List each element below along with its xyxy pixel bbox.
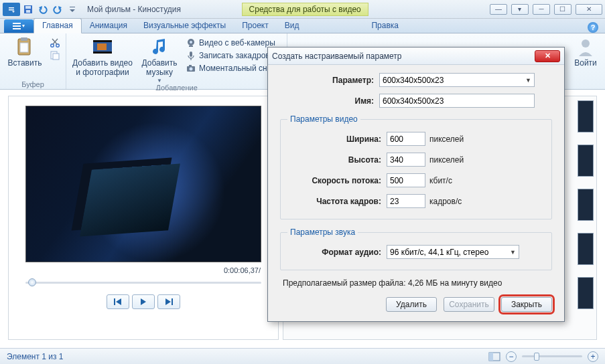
sign-in-button[interactable]: Войти (570, 35, 601, 68)
paste-label: Вставить (8, 59, 42, 68)
play-button[interactable] (132, 294, 155, 309)
view-icon[interactable] (488, 352, 500, 361)
param-label: Параметр: (280, 76, 374, 85)
paste-button[interactable]: Вставить (4, 35, 46, 68)
close-button[interactable]: Закрыть (501, 297, 552, 312)
audio-format-select[interactable]: 96 кбит/с, 44,1 кГц, стерео▼ (387, 245, 519, 259)
param-select[interactable]: 600x340x500x23▼ (379, 73, 535, 87)
height-label: Высота: (287, 155, 381, 165)
undo-icon[interactable] (36, 3, 50, 16)
tab-edit[interactable]: Правка (363, 19, 407, 33)
height-input[interactable] (387, 153, 425, 167)
zoom-in-button[interactable]: + (588, 351, 598, 362)
copy-button[interactable] (48, 50, 62, 62)
dialog-title: Создать настраиваемый параметр (272, 52, 402, 61)
svg-rect-10 (13, 23, 21, 24)
file-menu-button[interactable] (4, 19, 33, 33)
custom-setting-dialog: Создать настраиваемый параметр ✕ Парамет… (267, 47, 565, 322)
bitrate-input[interactable] (387, 173, 425, 187)
group-buffer: Вставить Буфер (0, 33, 66, 89)
group-buffer-label: Буфер (21, 80, 44, 89)
dialog-titlebar: Создать настраиваемый параметр ✕ (268, 48, 564, 65)
estimate-text: Предполагаемый размер файла: 4,26 МБ на … (283, 278, 552, 288)
cut-button[interactable] (48, 37, 62, 49)
chevron-down-icon: ▼ (525, 77, 531, 84)
dialog-close-button[interactable]: ✕ (535, 50, 560, 62)
audio-legend: Параметры звука (287, 227, 358, 237)
svg-rect-8 (70, 7, 75, 7)
svg-rect-30 (190, 52, 192, 57)
svg-rect-25 (93, 52, 112, 54)
svg-marker-13 (22, 25, 25, 27)
clip-thumbnail[interactable] (578, 277, 594, 309)
delete-button[interactable]: Удалить (386, 297, 437, 312)
svg-rect-12 (13, 28, 21, 29)
add-media-label: Добавить видео и фотографии (70, 59, 135, 78)
next-frame-button[interactable] (157, 294, 180, 309)
svg-marker-39 (165, 298, 171, 305)
sign-in-label: Войти (574, 59, 597, 68)
fps-unit: кадров/с (429, 197, 462, 206)
scrub-slider[interactable] (25, 277, 261, 288)
minimize-button[interactable]: — (490, 4, 507, 15)
fps-label: Частота кадров: (287, 197, 381, 206)
name-input[interactable] (379, 94, 535, 108)
webcam-icon (186, 37, 196, 48)
tab-animation[interactable]: Анимация (82, 19, 135, 33)
zoom-slider[interactable] (522, 355, 582, 357)
prev-frame-button[interactable] (107, 294, 129, 309)
tab-view[interactable]: Вид (277, 19, 308, 33)
ribbon-tabs: Главная Анимация Визуальные эффекты Прое… (0, 19, 605, 33)
help-icon[interactable]: ? (588, 22, 598, 33)
scissors-icon (50, 37, 60, 48)
group-add: Добавить видео и фотографии Добавить муз… (66, 33, 287, 89)
svg-point-33 (190, 68, 193, 71)
save-icon[interactable] (21, 3, 35, 16)
group-signin: Войти (566, 33, 605, 89)
qat-dropdown-icon[interactable] (66, 3, 79, 16)
tab-effects[interactable]: Визуальные эффекты (135, 19, 234, 33)
svg-rect-15 (21, 37, 27, 41)
add-media-button[interactable]: Добавить видео и фотографии (70, 35, 135, 78)
dropdown-window-button[interactable]: ▾ (511, 4, 529, 15)
clip-thumbnail[interactable] (578, 233, 594, 265)
svg-marker-9 (70, 9, 75, 12)
add-music-button[interactable]: Добавить музыку ▼ (137, 35, 182, 84)
tab-project[interactable]: Проект (234, 19, 277, 33)
svg-point-17 (51, 44, 54, 48)
svg-rect-11 (13, 25, 21, 27)
redo-icon[interactable] (51, 3, 64, 16)
zoom-out-button[interactable]: − (506, 351, 517, 362)
clip-thumbnail[interactable] (578, 189, 594, 221)
svg-point-28 (190, 41, 192, 43)
svg-marker-2 (12, 11, 15, 13)
svg-rect-26 (97, 43, 107, 50)
maximize-button[interactable]: ☐ (554, 4, 572, 15)
video-preview[interactable] (25, 106, 261, 262)
svg-rect-1 (9, 9, 14, 11)
tab-main[interactable]: Главная (33, 18, 82, 33)
close-window-button[interactable]: ✕ (576, 4, 602, 15)
time-display: 0:00:06,37/ (224, 266, 261, 274)
clip-thumbnail[interactable] (578, 145, 594, 177)
svg-point-35 (582, 39, 590, 48)
add-music-label: Добавить музыку (137, 59, 182, 78)
svg-rect-5 (26, 10, 30, 13)
title-bar: Мой фильм - Киностудия Средства для рабо… (0, 0, 605, 19)
clip-thumbnail[interactable] (578, 100, 594, 132)
svg-point-18 (56, 44, 60, 48)
width-unit: пикселей (429, 134, 464, 144)
chevron-down-icon: ▼ (510, 249, 516, 256)
microphone-icon (186, 50, 196, 61)
video-params-group: Параметры видео Ширина:пикселей Высота:п… (280, 114, 552, 219)
minimize2-button[interactable]: ─ (533, 4, 550, 15)
svg-rect-22 (53, 54, 59, 60)
camera-icon (186, 63, 196, 74)
width-input[interactable] (387, 132, 425, 146)
svg-marker-37 (116, 298, 121, 305)
svg-rect-24 (93, 40, 112, 42)
svg-line-20 (52, 39, 57, 44)
app-menu-button[interactable] (3, 3, 20, 16)
fps-input[interactable] (387, 194, 425, 208)
preview-pane: 0:00:06,37/ (8, 96, 279, 340)
